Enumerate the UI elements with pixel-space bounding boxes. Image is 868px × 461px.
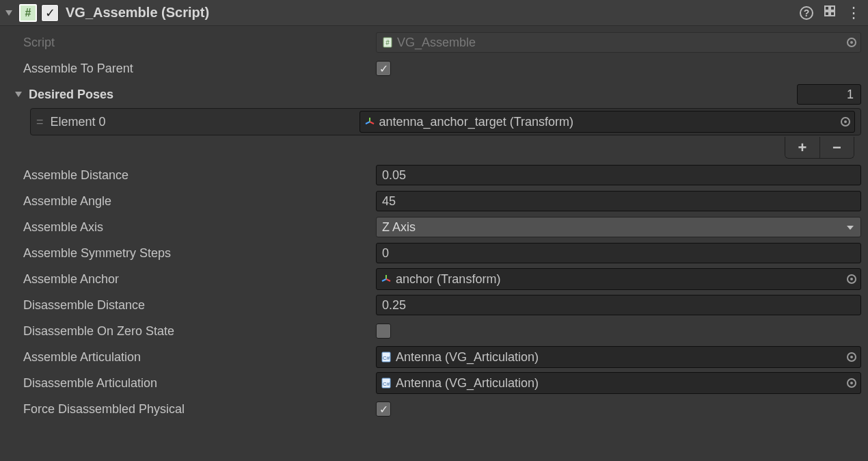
list-element-row[interactable]: = Element 0 antenna_anchor_target (Trans…	[30, 108, 861, 135]
disassemble-distance-label: Disassemble Distance	[7, 298, 376, 313]
assemble-to-parent-label: Assemble To Parent	[7, 62, 376, 76]
assemble-anchor-value: anchor (Transform)	[396, 272, 500, 287]
add-element-button[interactable]: +	[785, 137, 819, 158]
assemble-anchor-label: Assemble Anchor	[7, 272, 376, 287]
drag-handle-icon[interactable]: =	[36, 115, 42, 129]
assemble-axis-label: Assemble Axis	[7, 220, 376, 235]
assemble-distance-row: Assemble Distance	[7, 163, 861, 187]
desired-poses-element-0: = Element 0 antenna_anchor_target (Trans…	[7, 108, 861, 135]
assemble-axis-value: Z Axis	[382, 220, 416, 235]
assemble-to-parent-row: Assemble To Parent	[7, 56, 861, 81]
object-picker-icon[interactable]	[841, 117, 850, 127]
disassemble-zero-checkbox[interactable]	[376, 324, 391, 339]
component-title: VG_Assemble (Script)	[66, 5, 796, 21]
assemble-articulation-row: Assemble Articulation C# Antenna (VG_Art…	[7, 345, 861, 369]
foldout-toggle-icon[interactable]	[5, 10, 12, 16]
force-disassembled-checkbox[interactable]	[376, 401, 391, 417]
desired-poses-foldout-icon[interactable]	[15, 92, 22, 97]
assemble-axis-row: Assemble Axis Z Axis	[7, 215, 861, 239]
script-asset-icon: C#	[381, 352, 392, 363]
assemble-axis-dropdown[interactable]: Z Axis	[376, 217, 861, 237]
component-body: Script # VG_Assemble Assemble To Parent	[0, 26, 868, 428]
assemble-anchor-field[interactable]: anchor (Transform)	[376, 268, 861, 290]
desired-poses-label: Desired Poses	[29, 88, 113, 102]
assemble-angle-row: Assemble Angle	[7, 189, 861, 213]
csharp-script-icon: #	[19, 4, 37, 22]
svg-text:C#: C#	[383, 381, 390, 387]
assemble-articulation-field[interactable]: C# Antenna (VG_Articulation)	[376, 346, 861, 368]
object-picker-icon[interactable]	[847, 274, 856, 284]
disassemble-articulation-row: Disassemble Articulation C# Antenna (VG_…	[7, 371, 861, 395]
component-header[interactable]: # VG_Assemble (Script) ? ⋮	[0, 0, 868, 26]
inspector-component: # VG_Assemble (Script) ? ⋮ Script # VG_A…	[0, 0, 868, 428]
script-row: Script # VG_Assemble	[7, 30, 861, 55]
transform-icon	[364, 116, 375, 127]
object-picker-icon[interactable]	[847, 352, 856, 362]
assemble-symmetry-label: Assemble Symmetry Steps	[7, 246, 376, 261]
script-value: VG_Assemble	[397, 36, 476, 50]
remove-element-button[interactable]: −	[819, 137, 854, 158]
enable-checkbox[interactable]	[41, 4, 59, 22]
assemble-symmetry-input[interactable]	[376, 243, 861, 263]
script-field: # VG_Assemble	[376, 32, 861, 53]
script-asset-icon: C#	[381, 378, 392, 388]
disassemble-distance-row: Disassemble Distance	[7, 293, 861, 317]
element0-value: antenna_anchor_target (Transform)	[379, 115, 573, 129]
assemble-articulation-value: Antenna (VG_Articulation)	[396, 350, 539, 365]
svg-text:#: #	[385, 39, 390, 47]
element0-label: Element 0	[51, 115, 351, 129]
list-footer: + −	[7, 137, 861, 161]
script-label: Script	[7, 36, 376, 50]
assemble-angle-input[interactable]	[376, 191, 861, 211]
svg-text:C#: C#	[383, 355, 390, 361]
disassemble-articulation-field[interactable]: C# Antenna (VG_Articulation)	[376, 372, 861, 394]
assemble-symmetry-row: Assemble Symmetry Steps	[7, 241, 861, 265]
assemble-distance-label: Assemble Distance	[7, 168, 376, 183]
assemble-distance-input[interactable]	[376, 165, 861, 185]
force-disassembled-row: Force Disassembled Physical	[7, 397, 861, 421]
desired-poses-row: Desired Poses	[7, 82, 861, 107]
object-picker-icon[interactable]	[847, 378, 856, 388]
list-buttons: + −	[785, 137, 854, 159]
header-icon-group: ? ⋮	[800, 4, 861, 21]
context-menu-icon[interactable]: ⋮	[846, 10, 861, 16]
transform-icon	[381, 274, 392, 285]
assemble-to-parent-checkbox[interactable]	[376, 61, 391, 76]
object-picker-icon	[847, 38, 856, 47]
disassemble-zero-label: Disassemble On Zero State	[7, 324, 376, 339]
force-disassembled-label: Force Disassembled Physical	[7, 402, 376, 417]
assemble-angle-label: Assemble Angle	[7, 194, 376, 209]
presets-icon[interactable]	[823, 4, 837, 21]
disassemble-distance-input[interactable]	[376, 295, 861, 315]
disassemble-articulation-value: Antenna (VG_Articulation)	[396, 376, 539, 391]
element0-object-field[interactable]: antenna_anchor_target (Transform)	[360, 111, 855, 133]
help-icon[interactable]: ?	[800, 6, 813, 20]
desired-poses-count-input[interactable]	[797, 84, 861, 105]
assemble-articulation-label: Assemble Articulation	[7, 350, 376, 365]
script-asset-icon: #	[382, 37, 393, 48]
disassemble-articulation-label: Disassemble Articulation	[7, 376, 376, 391]
assemble-anchor-row: Assemble Anchor anchor (Transform)	[7, 267, 861, 291]
disassemble-zero-row: Disassemble On Zero State	[7, 319, 861, 343]
